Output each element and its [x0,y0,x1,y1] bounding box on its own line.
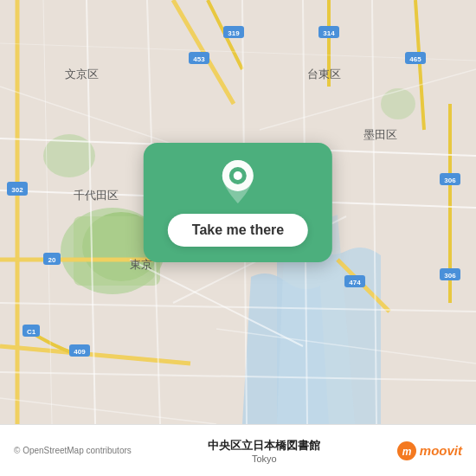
location-pin-icon [219,158,257,205]
moovit-brand-text: moovit [420,443,462,458]
moovit-icon: m [397,441,416,460]
svg-text:314: 314 [323,29,335,37]
svg-text:C1: C1 [27,328,36,336]
svg-point-61 [234,171,242,180]
svg-text:台東区: 台東区 [307,68,341,80]
svg-text:千代田区: 千代田区 [74,189,119,202]
svg-text:墨田区: 墨田区 [363,128,397,141]
svg-text:m: m [402,446,411,458]
svg-point-5 [381,88,415,119]
svg-text:302: 302 [11,186,23,194]
location-city: Tokyo [252,453,277,464]
svg-text:465: 465 [409,55,421,63]
svg-text:453: 453 [193,55,205,63]
svg-text:文京区: 文京区 [65,68,99,80]
location-name: 中央区立日本橋図書館 [208,438,320,453]
svg-text:306: 306 [444,177,456,184]
svg-text:20: 20 [48,256,56,264]
svg-text:319: 319 [228,29,240,37]
take-me-there-button[interactable]: Take me there [168,214,308,247]
svg-text:409: 409 [74,348,86,356]
moovit-logo: m moovit [397,441,462,460]
map-container: 302 20 453 319 314 465 306 474 409 C1 30… [0,0,476,424]
svg-text:306: 306 [444,272,456,280]
svg-text:474: 474 [349,279,361,286]
footer-bar: © OpenStreetMap contributors 中央区立日本橋図書館 … [0,424,476,476]
map-attribution: © OpenStreetMap contributors [14,446,132,455]
location-card: Take me there [144,143,332,262]
location-info: 中央区立日本橋図書館 Tokyo [138,438,390,464]
